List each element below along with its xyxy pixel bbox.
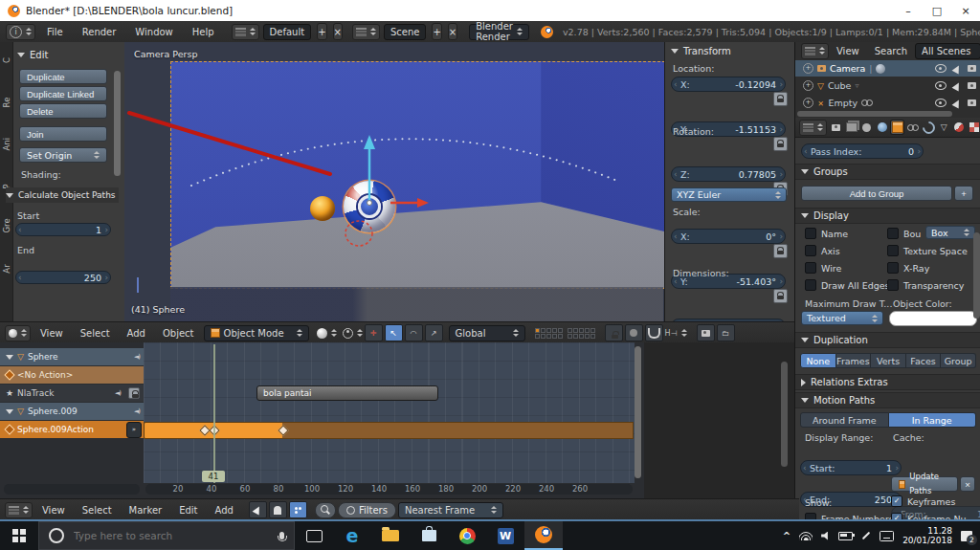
word-button[interactable]: W [486,521,524,550]
layers-grid-2[interactable] [568,328,595,339]
tab-scene[interactable] [860,121,873,134]
nla-channel-scrollbar[interactable] [4,484,140,495]
battery-icon[interactable] [838,532,853,540]
renderability-camera-icon[interactable] [968,99,976,106]
nla-timeline-grid[interactable] [144,342,635,483]
display-wire-checkbox[interactable]: Wire [805,262,841,274]
display-axis-checkbox[interactable]: Axis [805,245,840,256]
display-texture-space-checkbox[interactable]: Texture Space [887,245,968,256]
start-button[interactable] [0,521,38,550]
lock-to-scene-button[interactable] [605,324,623,341]
maximize-button[interactable]: □ [923,0,951,21]
manipulator-translate-button[interactable]: ↖ [385,324,403,341]
tool-tab-3[interactable]: Ani [2,139,11,151]
edit-panel-header[interactable]: Edit [17,50,48,60]
visibility-eye-icon[interactable] [935,81,947,90]
duplication-faces-button[interactable]: Faces [906,353,942,368]
tool-tab-2[interactable]: Re [2,97,11,109]
mp-start-field[interactable]: Start:1 [800,460,902,475]
active-action-strip-extension[interactable] [282,422,634,439]
location-x-lock-icon[interactable] [773,92,788,106]
layout-add-button[interactable]: + [317,23,326,40]
hidden-icons-chevron[interactable]: ^ [783,531,791,541]
add-group-plus-button[interactable]: + [954,186,973,201]
update-paths-button[interactable]: Update Paths [891,476,958,492]
render-opengl-button[interactable] [697,324,715,341]
edge-button[interactable]: e [333,521,371,550]
nla-channel-sphere[interactable]: ▽ Sphere ◄) [0,348,144,365]
selectability-cursor-icon[interactable] [952,98,963,108]
duplication-group-button[interactable]: Group [941,353,976,368]
scene-add-button[interactable]: + [432,23,441,40]
rotate-manipulator-circle[interactable] [345,221,372,246]
nla-menu-marker[interactable]: Marker [122,505,170,516]
action-center-icon[interactable]: 2 [961,531,972,541]
duplication-frames-button[interactable]: Frames [836,353,872,368]
tab-render[interactable] [830,121,842,134]
expand-triangle-icon[interactable] [6,409,13,414]
tweak-mode-button[interactable] [249,501,267,518]
calc-paths-panel-header[interactable]: Calculate Object Paths [6,187,119,203]
minimize-button[interactable]: – [894,0,923,21]
mute-speaker-icon[interactable]: ◄) [134,407,140,415]
transform-panel-header[interactable]: Transform [671,46,731,56]
info-editor-type-button[interactable]: i [6,24,35,40]
scene-delete-button[interactable]: × [448,23,457,40]
menu-render[interactable]: Render [75,27,124,37]
auto-snap-select[interactable]: Nearest Frame [398,502,503,518]
mode-select[interactable]: Object Mode [204,325,309,341]
microphone-icon[interactable] [279,532,284,539]
display-name-checkbox[interactable]: Name [805,228,848,239]
current-frame-playhead[interactable] [213,344,215,483]
around-frame-button[interactable]: Around Frame [800,412,889,428]
location-z-field[interactable]: Z:0.77805 [671,166,786,182]
display-draw-all-edges-checkbox[interactable]: Draw All Edges [805,279,890,291]
chrome-button[interactable] [448,521,486,550]
renderability-camera-icon[interactable] [968,65,976,72]
nla-vertical-scrollbar[interactable] [635,346,641,478]
motion-paths-section-header[interactable]: Motion Paths [795,392,980,408]
nla-channel-no-action[interactable]: <No Action> [0,366,144,384]
snap-target-select[interactable]: H⊣ [665,329,687,338]
blender-taskbar-button[interactable] [524,521,563,550]
outliner-item-empty[interactable]: + + Empty [795,95,980,111]
manipulator-rotate-button[interactable]: ◠ [405,324,423,341]
manipulator-center-dot[interactable] [368,201,372,206]
nla-channel-sphere-009-action[interactable]: Sphere.009Action » [0,421,144,438]
selectability-cursor-icon[interactable] [952,63,963,74]
tool-tab-1[interactable]: C [2,55,11,67]
duplicate-linked-button[interactable]: Duplicate Linked [19,86,107,101]
nla-side-scrollbar[interactable] [781,362,788,467]
speaker-icon[interactable] [821,532,830,540]
nla-menu-edit[interactable]: Edit [171,505,205,516]
expand-icon[interactable]: + [803,63,813,74]
renderability-camera-icon[interactable] [968,82,976,89]
tab-data[interactable]: ▽ [938,121,950,134]
mute-speaker-icon[interactable]: ◄) [134,353,140,361]
outliner-display-mode-select[interactable]: All Scenes [915,43,980,59]
render-opengl-anim-button[interactable]: 🗀 [717,324,735,341]
outliner-item-camera[interactable]: + Camera | [795,60,980,77]
relations-extras-section-header[interactable]: Relations Extras [795,374,980,390]
store-button[interactable] [410,521,448,550]
taskbar-search-box[interactable] [38,521,295,550]
auto-snap-toggle-button[interactable] [289,501,307,518]
nla-channel-sphere-009[interactable]: ▽ Sphere.009 ◄) [0,403,144,420]
display-section-header[interactable]: Display [795,208,980,224]
manipulator-scale-button[interactable]: ↗ [425,324,443,341]
duplication-verts-button[interactable]: Verts [871,353,906,368]
outliner-scrollbar[interactable] [797,111,952,117]
mute-speaker-icon[interactable]: ◄) [115,389,121,397]
display-xray-checkbox[interactable]: X-Ray [887,262,929,274]
layout-name-field[interactable]: Default [263,24,312,40]
path-end-field[interactable]: 250 [15,271,111,284]
wifi-icon[interactable] [799,532,813,540]
properties-editor-type-button[interactable] [799,120,827,136]
display-bounds-checkbox[interactable]: Bou [887,228,921,239]
nla-menu-view[interactable]: View [34,505,73,516]
pass-index-field[interactable]: Pass Index:0 [801,143,924,159]
menu-help[interactable]: Help [185,27,222,37]
expand-icon[interactable]: + [803,98,813,108]
location-x-field[interactable]: X:-0.12094 [671,77,786,92]
tab-render-layers[interactable] [845,121,858,134]
